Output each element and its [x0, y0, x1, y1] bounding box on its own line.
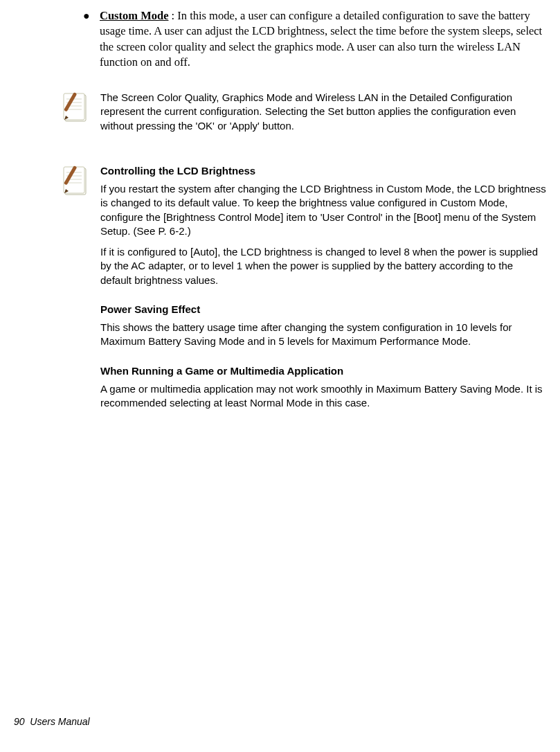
note-icon [62, 164, 100, 426]
bullet-custom-mode: ● Custom Mode : In this mode, a user can… [83, 8, 546, 70]
page-number: 90 [14, 716, 25, 727]
bullet-marker: ● [83, 8, 100, 70]
note-paragraph: The Screen Color Quality, Graphics Mode … [100, 91, 546, 133]
bullet-label: Custom Mode [100, 9, 168, 22]
footer-title: Users Manual [30, 716, 89, 727]
heading-power-saving: Power Saving Effect [100, 303, 546, 316]
note-text-1: The Screen Color Quality, Graphics Mode … [100, 91, 546, 140]
paragraph: If it is configured to [Auto], the LCD b… [100, 245, 546, 287]
paragraph: This shows the battery usage time after … [100, 321, 546, 349]
note-text-2: Controlling the LCD Brightness If you re… [100, 164, 546, 426]
note-block-2: Controlling the LCD Brightness If you re… [62, 164, 546, 426]
note-icon [62, 91, 100, 140]
bullet-body: Custom Mode : In this mode, a user can c… [100, 8, 546, 70]
heading-lcd-brightness: Controlling the LCD Brightness [100, 164, 546, 178]
section-game-multimedia: When Running a Game or Multimedia Applic… [100, 364, 546, 411]
paragraph: If you restart the system after changing… [100, 182, 546, 238]
section-power-saving: Power Saving Effect This shows the batte… [100, 303, 546, 349]
note-block-1: The Screen Color Quality, Graphics Mode … [62, 91, 546, 140]
page-footer: 90 Users Manual [14, 715, 90, 728]
heading-game-multimedia: When Running a Game or Multimedia Applic… [100, 364, 546, 378]
paragraph: A game or multimedia application may not… [100, 382, 546, 411]
section-lcd-brightness: Controlling the LCD Brightness If you re… [100, 164, 546, 287]
